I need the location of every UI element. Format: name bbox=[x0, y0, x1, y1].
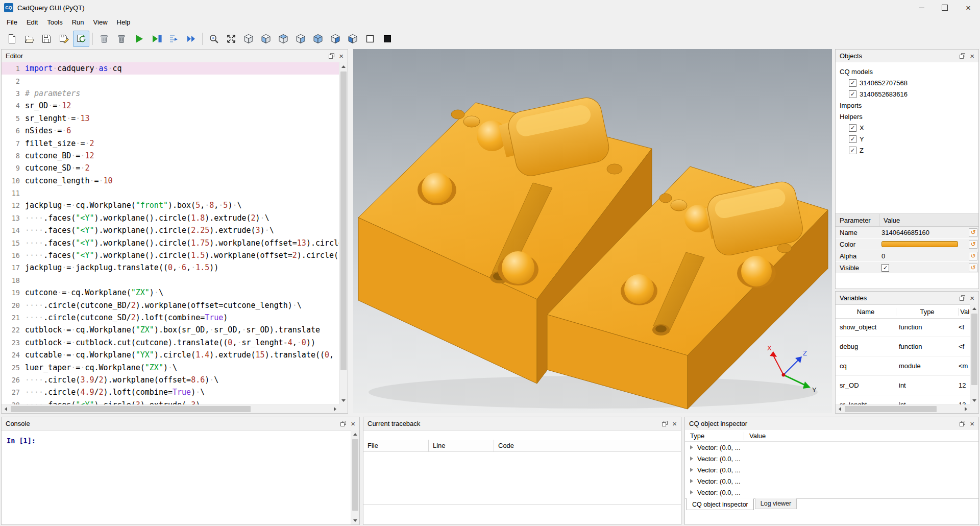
tab-log-viewer[interactable]: Log viewer bbox=[755, 498, 797, 509]
inspector-row[interactable]: Vector: (0.0, ... bbox=[685, 475, 978, 487]
inspector-row[interactable]: Vector: (0.0, ... bbox=[685, 442, 978, 453]
scroll-up-button[interactable] bbox=[970, 304, 978, 313]
scroll-down-button[interactable] bbox=[970, 396, 978, 404]
float-panel-icon[interactable] bbox=[329, 53, 334, 59]
name-column-header[interactable]: Name bbox=[836, 308, 896, 316]
view-left-button[interactable] bbox=[258, 31, 274, 47]
code-line[interactable]: 2 bbox=[2, 75, 339, 87]
scrollbar-thumb[interactable] bbox=[971, 314, 977, 385]
close-panel-icon[interactable]: × bbox=[970, 52, 974, 60]
code-line[interactable]: 13····.faces("<Y").workplane().circle(1.… bbox=[2, 212, 339, 224]
float-panel-icon[interactable] bbox=[662, 421, 668, 426]
code-line[interactable]: 27····.circle(4.9/2).loft(combine=True)·… bbox=[2, 386, 339, 398]
menu-edit[interactable]: Edit bbox=[22, 15, 42, 29]
code-line[interactable]: 16····.faces("<Y").workplane().circle(1.… bbox=[2, 249, 339, 261]
wireframe-mode-button[interactable] bbox=[362, 31, 378, 47]
code-column-header[interactable]: Code bbox=[494, 440, 681, 452]
scrollbar-thumb[interactable] bbox=[845, 406, 937, 412]
code-editor[interactable]: 1import·cadquery·as·cq23# parameters4sr_… bbox=[2, 62, 339, 404]
close-panel-icon[interactable]: × bbox=[351, 420, 355, 427]
code-line[interactable]: 23cutblock·=·cutblock.cut(cutcone).trans… bbox=[2, 337, 339, 349]
variable-row[interactable]: sr_lenghtint13 bbox=[836, 395, 970, 404]
variables-vertical-scrollbar[interactable] bbox=[970, 304, 978, 404]
view-bottom-button[interactable] bbox=[345, 31, 361, 47]
menu-tools[interactable]: Tools bbox=[42, 15, 67, 29]
type-column-header[interactable]: Type bbox=[896, 308, 959, 316]
float-panel-icon[interactable] bbox=[340, 421, 346, 426]
helper-item[interactable]: ✓X bbox=[849, 122, 974, 133]
inspector-row[interactable]: Vector: (0.0, ... bbox=[685, 453, 978, 464]
checkbox[interactable]: ✓ bbox=[849, 124, 856, 132]
close-panel-icon[interactable]: × bbox=[339, 52, 344, 60]
scroll-down-button[interactable] bbox=[339, 396, 348, 404]
checkbox[interactable]: ✓ bbox=[849, 147, 856, 154]
reset-param-button[interactable]: ↺ bbox=[969, 252, 977, 260]
file-column-header[interactable]: File bbox=[363, 440, 429, 452]
code-line[interactable]: 21····.circle(cutcone_SD/2).loft(combine… bbox=[2, 312, 339, 324]
checkbox[interactable]: ✓ bbox=[849, 79, 856, 87]
code-line[interactable]: 3# parameters bbox=[2, 87, 339, 100]
variable-row[interactable]: cqmodule<m bbox=[836, 356, 970, 376]
expand-arrow-icon[interactable] bbox=[690, 490, 695, 494]
code-line[interactable]: 7fillet_size·=·2 bbox=[2, 137, 339, 149]
minimize-button[interactable] bbox=[910, 0, 933, 15]
tree-section-helpers[interactable]: Helpers bbox=[840, 111, 974, 122]
view-front-button[interactable] bbox=[310, 31, 326, 47]
code-line[interactable]: 4sr_OD·=·12 bbox=[2, 100, 339, 112]
float-panel-icon[interactable] bbox=[960, 295, 965, 301]
menu-file[interactable]: File bbox=[2, 15, 22, 29]
clear-console-button[interactable] bbox=[96, 31, 112, 47]
value-column-header[interactable]: Value bbox=[744, 432, 978, 440]
code-line[interactable]: 12jackplug·=·cq.Workplane("front").box(5… bbox=[2, 199, 339, 211]
scroll-up-button[interactable] bbox=[339, 62, 348, 70]
code-line[interactable]: 1import·cadquery·as·cq bbox=[2, 62, 339, 75]
checkbox[interactable]: ✓ bbox=[849, 135, 856, 143]
line-column-header[interactable]: Line bbox=[429, 440, 494, 452]
code-line[interactable]: 10cutcone_length·=·10 bbox=[2, 175, 339, 187]
close-panel-icon[interactable]: × bbox=[970, 294, 974, 302]
view-iso-button[interactable] bbox=[240, 31, 257, 47]
menu-run[interactable]: Run bbox=[67, 15, 89, 29]
param-value[interactable]: 0 bbox=[879, 252, 969, 260]
variables-horizontal-scrollbar[interactable] bbox=[836, 404, 970, 413]
variable-row[interactable]: sr_ODint12 bbox=[836, 376, 970, 395]
scrollbar-thumb[interactable] bbox=[352, 439, 358, 511]
tree-section-imports[interactable]: Imports bbox=[840, 100, 974, 111]
model-item[interactable]: ✓3140652683616 bbox=[849, 88, 974, 100]
menu-view[interactable]: View bbox=[89, 15, 112, 29]
helper-item[interactable]: ✓Z bbox=[849, 145, 974, 156]
close-panel-icon[interactable]: × bbox=[672, 420, 677, 427]
scroll-down-button[interactable] bbox=[351, 516, 359, 524]
expand-arrow-icon[interactable] bbox=[690, 468, 695, 472]
autoreload-toggle-button[interactable] bbox=[73, 31, 89, 47]
save-as-button[interactable] bbox=[56, 31, 72, 47]
expand-arrow-icon[interactable] bbox=[690, 479, 695, 483]
code-line[interactable]: 11 bbox=[2, 187, 339, 199]
reset-param-button[interactable]: ↺ bbox=[969, 240, 977, 249]
scroll-left-button[interactable] bbox=[836, 405, 844, 413]
save-button[interactable] bbox=[38, 31, 55, 47]
code-line[interactable]: 22cutblock·=·cq.Workplane("ZX").box(sr_O… bbox=[2, 324, 339, 336]
zoom-to-fit-button[interactable] bbox=[206, 31, 222, 47]
code-line[interactable]: 15····.faces("<Y").workplane().circle(1.… bbox=[2, 236, 339, 249]
open-file-button[interactable] bbox=[21, 31, 37, 47]
code-line[interactable]: 19cutcone·=·cq.Workplane("ZX")·\ bbox=[2, 286, 339, 299]
param-value[interactable] bbox=[879, 241, 969, 247]
scroll-right-button[interactable] bbox=[331, 405, 339, 413]
type-column-header[interactable]: Type bbox=[685, 432, 744, 440]
scrollbar-thumb[interactable] bbox=[340, 71, 347, 370]
variable-row[interactable]: show_objectfunction<f bbox=[836, 318, 970, 337]
code-line[interactable]: 25luer_taper·=·cq.Workplane("ZX")·\ bbox=[2, 361, 339, 373]
scroll-up-button[interactable] bbox=[351, 430, 359, 438]
float-panel-icon[interactable] bbox=[960, 421, 965, 426]
delete-model-button[interactable] bbox=[113, 31, 130, 47]
code-line[interactable]: 20····.circle(cutcone_BD/2).workplane(of… bbox=[2, 299, 339, 311]
code-line[interactable]: 18 bbox=[2, 274, 339, 286]
menu-help[interactable]: Help bbox=[112, 15, 135, 29]
tree-section-cq-models[interactable]: CQ models bbox=[840, 66, 974, 77]
code-line[interactable]: 8cutcone_BD·=·12 bbox=[2, 150, 339, 162]
code-line[interactable]: 9cutcone_SD·=·2 bbox=[2, 162, 339, 174]
step-button[interactable] bbox=[165, 31, 182, 47]
expand-arrow-icon[interactable] bbox=[690, 457, 695, 461]
maximize-button[interactable] bbox=[933, 0, 957, 15]
